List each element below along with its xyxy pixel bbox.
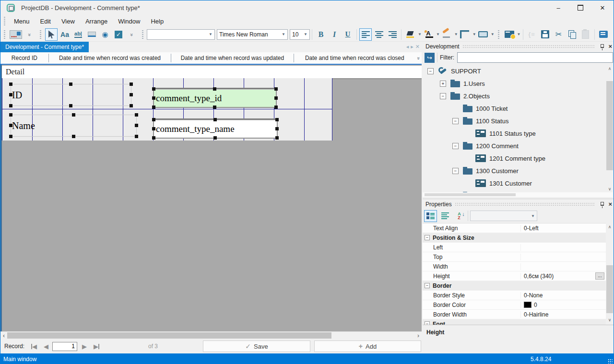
menu-item-window[interactable]: Window [113,16,145,27]
scrollbar-thumb[interactable] [606,265,613,313]
add-record-button[interactable]: +Add [314,341,421,352]
properties-vertical-scrollbar[interactable]: ∧ ∨ [606,223,614,323]
selection-handle-bm[interactable] [72,135,75,138]
selection-handle-bm[interactable] [213,136,217,140]
align-center-button[interactable] [373,28,385,41]
tree-item-1300-customer[interactable]: −1300 Customer [423,164,605,177]
property-row-left[interactable]: Left [423,243,606,252]
menu-item-view[interactable]: View [56,16,80,27]
tree-item-support[interactable]: −SUPPORT [423,65,605,77]
selection-handle-tl[interactable] [152,87,155,91]
selection-handle-tm[interactable] [69,82,72,86]
tree-horizontal-scrollbar[interactable] [423,192,613,197]
locate-object-button[interactable]: ↪ [425,53,435,63]
maximize-button[interactable] [569,0,591,15]
property-row-border-width[interactable]: Border Width0-Hairline [423,310,606,319]
tree-item-1101-status-type[interactable]: 1101 Status type [423,127,605,140]
tree-item-1301-customer[interactable]: 1301 Customer [423,177,605,189]
selection-handle-tl[interactable] [152,118,155,121]
last-record-button[interactable]: ▶ [94,343,99,350]
selection-handle-tl[interactable] [9,113,12,117]
bold-button[interactable]: B [315,28,327,41]
align-left-button[interactable] [359,28,372,41]
property-category-border[interactable]: −Border [423,281,606,291]
tree-vertical-scrollbar[interactable]: ∧ ∨ [606,65,614,192]
selection-handle-mr[interactable] [130,93,133,96]
save-record-button[interactable]: ✓Save [203,341,310,352]
property-value[interactable]: 0 [521,302,606,308]
cut-button[interactable]: ✂ [553,28,565,41]
selection-handle-br[interactable] [275,136,279,140]
highlight-dropdown[interactable]: ▼ [454,32,458,36]
pin-icon[interactable] [601,44,604,48]
scroll-down-icon[interactable]: ∨ [606,185,614,192]
field-column-0[interactable]: Record ID [0,52,48,64]
field-column-1[interactable]: Date and time when record was created [49,52,171,64]
frame-dropdown[interactable]: ▼ [491,32,495,36]
font-color-button[interactable]: A [422,28,435,41]
selection-handle-bl[interactable] [9,135,12,138]
property-value[interactable]: 0-None [521,292,606,299]
button-tool-button[interactable] [85,28,98,41]
first-record-button[interactable]: ◀ [31,343,37,350]
alphabetical-sort-button[interactable]: AZ↓ [453,210,466,222]
detail-band-surface[interactable]: ID comment_type_id Name comment_type_nam… [2,78,332,141]
tree-item-1200-comment[interactable]: −1200 Comment [423,140,605,152]
pin-icon[interactable] [601,202,604,206]
scrollbar-thumb[interactable] [606,81,613,170]
property-value[interactable]: 0-Hairline [521,311,606,318]
tab-close-icon[interactable]: ✕ [415,44,420,49]
menu-item-edit[interactable]: Edit [35,16,56,27]
field-column-3[interactable]: Date and time when record was closed [294,52,415,64]
copy-button[interactable] [566,28,579,41]
border-style-dropdown[interactable]: ▼ [472,32,476,36]
collapse-icon[interactable]: − [452,168,459,174]
resize-grip[interactable] [608,359,613,364]
border-style-button[interactable] [459,28,471,41]
selection-handle-br[interactable] [130,104,133,107]
panel-close-icon[interactable]: × [608,43,612,50]
next-record-button[interactable]: ▶ [82,343,87,350]
menu-grip[interactable] [3,16,6,26]
selection-handle-tm[interactable] [213,87,216,91]
selection-handle-ml[interactable] [9,124,12,127]
selection-handle-ml[interactable] [152,127,155,130]
scroll-up-icon[interactable]: ∧ [606,65,614,72]
tree-item-1201-comment-type[interactable]: 1201 Comment type [423,152,605,164]
collapse-icon[interactable]: − [452,143,459,149]
underline-button[interactable]: U [342,28,354,41]
property-row-top[interactable]: Top [423,252,606,262]
selection-handle-bl[interactable] [152,106,155,109]
tree-item-2-objects[interactable]: −2.Objects [423,90,605,102]
minimize-button[interactable]: – [547,0,569,15]
font-color-dropdown[interactable]: ▼ [436,32,440,36]
selection-handle-br[interactable] [274,106,278,109]
menu-item-help[interactable]: Help [145,16,169,27]
tab-scroll-left-icon[interactable]: ◂ [406,44,411,49]
frame-button[interactable] [477,28,489,41]
toolbar-overflow-2[interactable]: » [126,28,138,41]
collapse-icon[interactable]: − [425,283,430,288]
selection-handle-ml[interactable] [9,93,12,96]
detail-band-header[interactable]: Detail [2,66,422,79]
record-number-input[interactable] [52,342,77,351]
categorized-view-button[interactable] [424,210,437,222]
form-settings-dropdown[interactable]: ▼ [517,32,521,36]
toolbar-grip-3[interactable] [142,30,144,39]
designer-field-comment-type-id[interactable]: comment_type_id [153,88,277,108]
property-row-border-style[interactable]: Border Style0-None [423,291,606,300]
form-designer[interactable]: Detail ID comment_type_id Name comment_t… [0,65,422,331]
label-tool-button[interactable]: Aa [59,28,71,41]
font-size-combobox[interactable]: 10▼ [290,29,310,40]
toolbar-overflow-1[interactable]: » [24,28,36,41]
selection-handle-mr[interactable] [274,96,278,100]
selection-handle-bl[interactable] [9,104,12,107]
selection-handle-bm[interactable] [213,106,216,109]
selection-handle-tm[interactable] [213,118,217,121]
italic-button[interactable]: I [328,28,341,41]
align-right-button[interactable] [386,28,399,41]
property-row-width[interactable]: Width [423,262,606,271]
designer-horizontal-scrollbar[interactable]: ‹ › [0,331,422,339]
property-category-position-size[interactable]: −Position & Size [423,233,606,243]
selection-handle-tl[interactable] [9,82,12,86]
